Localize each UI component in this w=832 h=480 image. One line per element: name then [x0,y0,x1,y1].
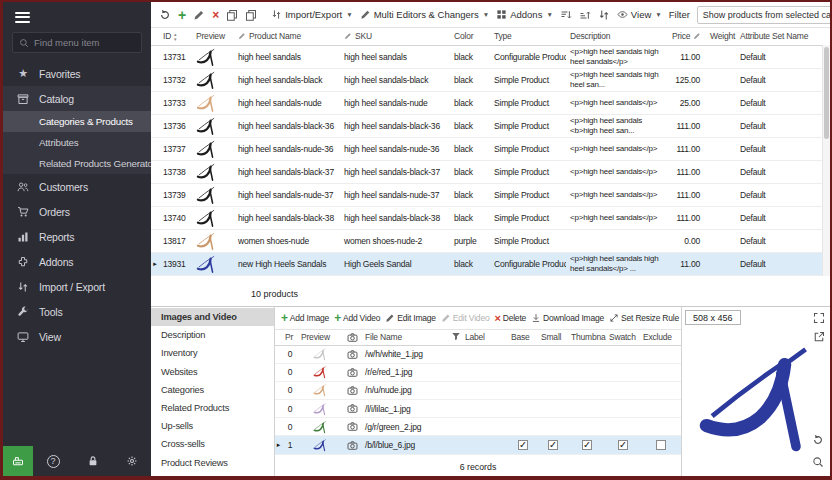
refresh-icon[interactable] [159,9,171,21]
swatch-checkbox[interactable] [618,440,628,450]
add-image-button[interactable]: +Add Image [281,312,329,324]
pos-button[interactable] [3,446,33,476]
col-small[interactable]: Small [538,330,568,345]
col-price[interactable]: Price [668,28,706,45]
col-base[interactable]: Base [508,330,538,345]
tab-websites[interactable]: Websites [151,363,274,381]
sidebar-item-import-export[interactable]: Import / Export [3,274,151,299]
hamburger-menu-icon[interactable] [3,2,151,29]
delete-image-button[interactable]: ×Delete [494,313,526,324]
image-row[interactable]: 0/r/e/red_1.jpg [275,363,681,381]
download-image-button[interactable]: Download Image [531,313,604,323]
tab-categories[interactable]: Categories [151,381,274,399]
multi-editors-menu[interactable]: Multi Editors & Changers▼ [360,9,490,20]
lock-icon[interactable] [87,455,99,467]
sidebar-item-attributes[interactable]: Attributes [3,132,151,153]
edit-column-icon [693,32,701,40]
tab-up-sells[interactable]: Up-sells [151,417,274,435]
tab-images-and-video[interactable]: Images and Video [151,308,274,326]
fullscreen-icon[interactable] [813,312,825,324]
add-video-button[interactable]: +Add Video [334,312,380,324]
view-menu[interactable]: View▼ [617,9,662,20]
product-row[interactable]: 13731high heel sandalshigh heel sandalsb… [151,45,822,68]
col-attribute-set[interactable]: Attribute Set Name [736,28,822,45]
sidebar-item-customers[interactable]: Customers [3,174,151,199]
product-row[interactable]: 13739high heel sandals-nude-37high heel … [151,183,822,206]
product-row[interactable]: 13737high heel sandals-nude-36high heel … [151,137,822,160]
tab-inventory[interactable]: Inventory [151,344,274,362]
image-row[interactable]: 0/l/i/lilac_1.jpg [275,400,681,418]
sidebar-item-reports[interactable]: Reports [3,224,151,249]
duplicate-icon[interactable] [245,9,257,21]
col-sku[interactable]: SKU [340,28,450,45]
col-id[interactable]: ID▴▾ [159,28,192,45]
product-row[interactable]: ▸13931new High Heels SandalsHigh Geels S… [151,252,822,275]
addons-menu[interactable]: Addons▼ [496,9,553,20]
col-description[interactable]: Description [566,28,668,45]
copy-icon[interactable] [226,9,238,21]
product-row[interactable]: 13732high heel sandals-blackhigh heel sa… [151,68,822,91]
grid-scrollbar[interactable] [822,45,830,276]
col-file-name[interactable]: File Name [362,330,448,345]
col-preview[interactable]: Preview [192,28,234,45]
sidebar-item-view[interactable]: View [3,324,151,349]
col-exclude[interactable]: Exclude [640,330,681,345]
image-row[interactable]: 0/w/h/white_1.jpg [275,345,681,363]
image-priority: 0 [282,381,298,399]
thumbnail-checkbox[interactable] [582,440,592,450]
import-export-menu[interactable]: Import/Export▼ [271,9,352,20]
help-icon[interactable]: ? [47,455,60,468]
sidebar-sub-label: Related Products Generator [39,158,151,169]
product-row[interactable]: 13736high heel sandals-black-36high heel… [151,114,822,137]
col-product-name[interactable]: Product Name [234,28,340,45]
shoe-thumbnail [196,254,216,274]
sidebar-item-tools[interactable]: Tools [3,299,151,324]
col-label[interactable]: Label [462,330,508,345]
tab-description[interactable]: Description [151,326,274,344]
category-filter-select[interactable]: Show products from selected categories▼ [697,6,830,24]
set-resize-rule-button[interactable]: Set Resize Rule [609,313,679,323]
col-image-preview[interactable]: Preview [298,330,342,345]
transfer-icon[interactable] [598,9,610,21]
gear-icon[interactable] [126,455,138,467]
small-checkbox[interactable] [548,440,558,450]
col-flag[interactable] [448,330,462,345]
col-color[interactable]: Color [450,28,490,45]
image-row[interactable]: 0/g/r/green_2.jpg [275,418,681,436]
sidebar-item-orders[interactable]: Orders [3,199,151,224]
sidebar-item-favorites[interactable]: ★ Favorites [3,61,151,86]
rotate-refresh-icon[interactable] [812,434,824,446]
image-row[interactable]: 0/n/u/nude.jpg [275,381,681,399]
sidebar-item-addons[interactable]: Addons [3,249,151,274]
col-thumbnail[interactable]: Thumbna [568,330,606,345]
sort-desc-icon[interactable] [579,9,591,21]
edit-image-button[interactable]: Edit Image [385,313,436,323]
menu-search-input[interactable]: Find menu item [12,32,142,53]
base-checkbox[interactable] [518,440,528,450]
product-row[interactable]: 13740high heel sandals-black-38high heel… [151,206,822,229]
sidebar-item-related-products-generator[interactable]: Related Products Generator [3,153,151,174]
tab-cross-sells[interactable]: Cross-sells [151,435,274,453]
product-row[interactable]: 13817women shoes-nudewomen shoes-nude-2p… [151,229,822,252]
col-type[interactable]: Type [490,28,566,45]
sidebar-item-categories-products[interactable]: Categories & Products [3,111,151,132]
edit-video-button[interactable]: Edit Video [441,313,490,323]
add-product-icon[interactable]: + [178,8,186,22]
shoe-thumbnail [196,116,216,136]
product-row[interactable]: 13738high heel sandals-black-37high heel… [151,160,822,183]
zoom-icon[interactable] [812,456,824,468]
col-priority[interactable]: Pr [282,330,298,345]
col-weight[interactable]: Weight [706,28,736,45]
sidebar-item-catalog[interactable]: Catalog [3,86,151,111]
col-swatch[interactable]: Swatch [606,330,640,345]
tab-product-reviews[interactable]: Product Reviews [151,454,274,472]
product-row[interactable]: 13733high heel sandals-nudehigh heel san… [151,91,822,114]
tab-related-products[interactable]: Related Products [151,399,274,417]
exclude-checkbox[interactable] [656,440,666,450]
edit-product-icon[interactable] [193,9,205,21]
grid-scrollbar-thumb[interactable] [824,47,829,139]
delete-product-icon[interactable]: × [212,9,219,21]
col-camera[interactable] [342,330,362,345]
image-row[interactable]: ▸1/b/l/blue_6.jpg [275,436,681,454]
sort-asc-icon[interactable] [560,9,572,21]
